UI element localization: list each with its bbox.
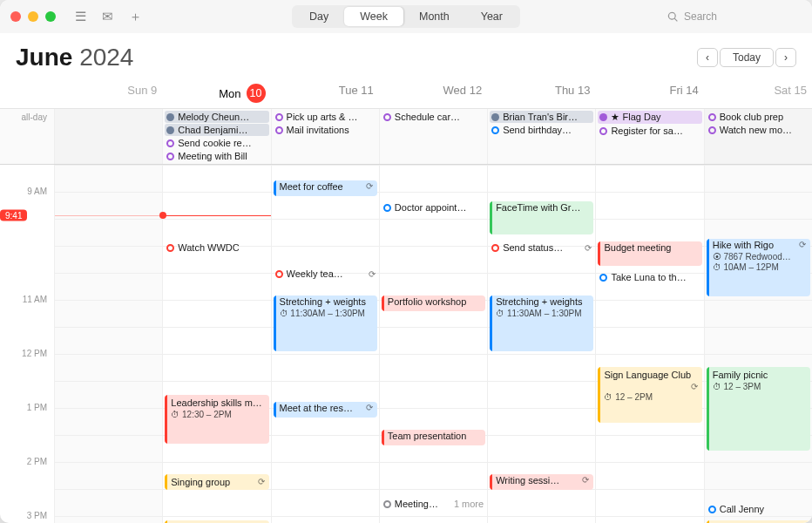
day-column[interactable] — [54, 165, 162, 523]
allday-event[interactable]: Mail invitations — [274, 124, 377, 136]
event-block[interactable]: FaceTime with Gr… — [490, 201, 593, 234]
search-icon — [667, 11, 679, 23]
event-block[interactable]: Team presentation — [382, 430, 485, 445]
allday-event[interactable]: ★ Flag Day — [598, 111, 701, 124]
allday-event[interactable]: Watch new mo… — [707, 124, 810, 136]
today-date-pill: 10 — [247, 84, 266, 103]
event-block[interactable]: Meet for coffee⟳ — [274, 180, 377, 196]
event-block[interactable]: Singing group⟳ — [165, 474, 268, 490]
zoom-icon[interactable] — [45, 11, 56, 22]
allday-event[interactable]: Melody Cheun… — [165, 111, 268, 123]
day-header[interactable]: Mon10 — [162, 77, 270, 108]
event-pill[interactable]: Weekly tea…⟳ — [274, 268, 377, 280]
prev-button[interactable]: ‹ — [697, 48, 718, 67]
day-header[interactable]: Sat 15 — [704, 77, 812, 108]
month-label: June — [16, 44, 72, 71]
hour-label: 3 PM — [0, 511, 54, 523]
close-icon[interactable] — [10, 11, 21, 22]
event-block[interactable]: Family picnic⏱ 12 – 3PM — [707, 367, 810, 451]
day-header[interactable]: Wed 12 — [379, 77, 487, 108]
allday-cell: Schedule car… — [379, 109, 487, 164]
header: June 2024 ‹ Today › — [0, 33, 812, 77]
event-block[interactable]: Stretching + weights⏱ 11:30AM – 1:30PM — [490, 295, 593, 351]
hour-label: 2 PM — [0, 457, 54, 484]
allday-event[interactable]: Book club prep — [707, 111, 810, 123]
day-header[interactable]: Tue 11 — [271, 77, 379, 108]
window-controls — [10, 11, 56, 22]
hour-label — [0, 241, 54, 268]
hour-label — [0, 165, 54, 187]
allday-cell: Book club prepWatch new mo… — [704, 109, 812, 164]
search-placeholder: Search — [684, 10, 717, 23]
allday-event[interactable]: Pick up arts & … — [274, 111, 377, 123]
event-pill[interactable]: Call Jenny — [707, 503, 810, 515]
event-pill[interactable]: Meeting…1 more — [382, 498, 485, 510]
allday-event[interactable]: Send birthday… — [490, 124, 593, 136]
event-block[interactable]: Sign Language Club⟳⏱ 12 – 2PM — [598, 367, 701, 423]
year-label: 2024 — [79, 44, 133, 71]
allday-row: all-day Melody Cheun…Chad Benjami…Send c… — [0, 109, 812, 165]
event-block[interactable]: Budget meeting — [598, 241, 701, 266]
page-title: June 2024 — [16, 44, 133, 71]
add-icon[interactable]: ＋ — [129, 9, 142, 25]
event-block[interactable]: Leadership skills meeting⏱ 12:30 – 2PM — [165, 395, 268, 444]
view-week[interactable]: Week — [344, 7, 403, 26]
calendar-window: ☰ ✉ ＋ Day Week Month Year Search June 20… — [0, 0, 812, 523]
allday-event[interactable]: Brian Tran's Bir… — [490, 111, 593, 123]
day-column[interactable]: Budget meetingTake Luna to th…Sign Langu… — [595, 165, 703, 523]
event-block[interactable]: Stretching + weights⏱ 11:30AM – 1:30PM — [274, 295, 377, 351]
day-column[interactable]: FaceTime with Gr…Send status…⟳Stretching… — [487, 165, 595, 523]
view-month[interactable]: Month — [403, 7, 465, 26]
event-pill[interactable]: Take Luna to th… — [598, 271, 701, 283]
day-column[interactable]: Watch WWDCLeadership skills meeting⏱ 12:… — [162, 165, 270, 523]
today-button[interactable]: Today — [720, 48, 774, 67]
view-year[interactable]: Year — [465, 7, 518, 26]
allday-event[interactable]: Meeting with Bill — [165, 150, 268, 162]
nav-controls: ‹ Today › — [697, 48, 796, 67]
event-block[interactable]: Meet at the res…⟳ — [274, 402, 377, 418]
event-block[interactable]: Writing sessi…⟳ — [490, 474, 593, 490]
allday-event[interactable]: Register for sa… — [598, 125, 701, 137]
calendar-body[interactable]: 9:41 9 AM11 AM12 PM1 PM2 PM3 PM4 PM5 PM6… — [0, 165, 812, 523]
event-pill[interactable]: Watch WWDC — [165, 241, 268, 254]
event-block[interactable]: Hike with Rigo⟳⦿ 7867 Redwood…⏱ 10AM – 1… — [707, 239, 810, 296]
day-column[interactable]: Meet for coffee⟳Weekly tea…⟳Stretching +… — [271, 165, 379, 523]
day-header[interactable]: Thu 13 — [487, 77, 595, 108]
inbox-icon[interactable]: ✉ — [102, 9, 113, 25]
minimize-icon[interactable] — [28, 11, 38, 22]
hour-label: 11 AM — [0, 295, 54, 322]
hour-label — [0, 430, 54, 457]
toolbar-buttons: ☰ ✉ ＋ — [75, 9, 142, 25]
hour-label — [0, 376, 54, 403]
hour-label: 12 PM — [0, 349, 54, 376]
hour-label — [0, 484, 54, 511]
day-header[interactable]: Sun 9 — [54, 77, 162, 108]
now-time-badge: 9:41 — [0, 210, 27, 221]
calendars-icon[interactable]: ☰ — [75, 9, 86, 25]
event-pill[interactable]: Doctor appoint… — [382, 201, 485, 214]
titlebar: ☰ ✉ ＋ Day Week Month Year Search — [0, 0, 812, 33]
event-pill[interactable]: Send status…⟳ — [490, 241, 593, 254]
hour-label: 1 PM — [0, 403, 54, 430]
day-column[interactable]: Doctor appoint…Portfolio workshopTeam pr… — [379, 165, 487, 523]
week-grid: 9 AM11 AM12 PM1 PM2 PM3 PM4 PM5 PM6 PM W… — [0, 165, 812, 523]
allday-cell: Melody Cheun…Chad Benjami…Send cookie re… — [162, 109, 270, 164]
day-header[interactable]: Fri 14 — [595, 77, 703, 108]
day-headers: Sun 9Mon10Tue 11Wed 12Thu 13Fri 14Sat 15 — [0, 77, 812, 109]
allday-cell: Brian Tran's Bir…Send birthday… — [487, 109, 595, 164]
hour-label — [0, 322, 54, 349]
hour-label — [0, 268, 54, 295]
allday-label: all-day — [0, 109, 54, 164]
view-switcher: Day Week Month Year — [292, 5, 520, 28]
now-line — [163, 215, 270, 216]
allday-event[interactable]: Schedule car… — [382, 111, 485, 123]
allday-event[interactable]: Send cookie re… — [165, 137, 268, 149]
day-column[interactable]: Hike with Rigo⟳⦿ 7867 Redwood…⏱ 10AM – 1… — [704, 165, 812, 523]
next-button[interactable]: › — [775, 48, 796, 67]
allday-cell — [54, 109, 162, 164]
event-block[interactable]: Portfolio workshop — [382, 295, 485, 311]
allday-event[interactable]: Chad Benjami… — [165, 124, 268, 136]
view-day[interactable]: Day — [294, 7, 344, 26]
allday-cell: ★ Flag DayRegister for sa… — [595, 109, 703, 164]
search-field[interactable]: Search — [662, 8, 802, 25]
